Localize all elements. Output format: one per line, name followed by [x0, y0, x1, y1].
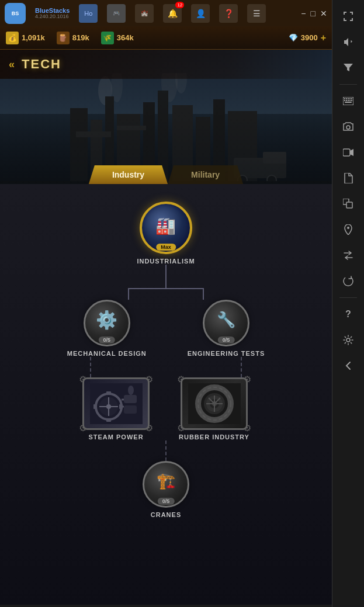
- mute-icon: [343, 37, 353, 47]
- svg-rect-62: [343, 149, 350, 156]
- svg-rect-25: [106, 391, 111, 395]
- notification-badge: 12: [175, 2, 184, 8]
- back-icon: [343, 360, 353, 371]
- v-connector-right-1: [203, 288, 204, 300]
- food-icon: 🌾: [101, 32, 114, 44]
- location-btn[interactable]: [337, 218, 360, 241]
- svg-rect-54: [351, 98, 352, 99]
- svg-rect-27: [93, 404, 97, 409]
- keyboard-icon: [343, 97, 353, 105]
- help-sidebar-btn[interactable]: ?: [337, 303, 360, 326]
- rubber-svg: [188, 383, 241, 424]
- v-dashed-right: [241, 357, 242, 377]
- game-tab-2[interactable]: 🏰: [135, 4, 154, 23]
- row3-connectors: [0, 357, 332, 377]
- sidebar: ?: [332, 0, 364, 607]
- engineering-tests-badge: 0/5: [218, 337, 235, 344]
- keyboard-btn[interactable]: [337, 89, 360, 113]
- gold-icon: 💰: [6, 32, 19, 44]
- help-btn[interactable]: ❓: [219, 4, 238, 23]
- engineering-tests-node[interactable]: 🔧 0/5 ENGINEERING TESTS: [188, 300, 265, 357]
- back-sidebar-btn[interactable]: [337, 354, 360, 377]
- mechanical-design-icon: ⚙️: [96, 310, 117, 330]
- v-connector-left-1: [128, 288, 129, 300]
- game-area: BS BlueStacks 4.240.20.1016 Ho 🎮 🏰 🔔 12 …: [0, 0, 332, 607]
- mechanical-design-badge: 0/5: [98, 337, 115, 344]
- steam-power-circle: [82, 377, 150, 430]
- svg-point-65: [347, 227, 349, 229]
- back-button[interactable]: «: [9, 58, 15, 71]
- screenshot-icon: [343, 122, 353, 131]
- settings-icon: [343, 335, 353, 345]
- gold-resource[interactable]: 💰 1,091k: [6, 32, 45, 44]
- rotate-btn[interactable]: [337, 269, 360, 293]
- steam-power-wrapper: ⚙ ⚙ ⚙ ⚙: [82, 377, 150, 430]
- restore-btn[interactable]: □: [311, 9, 316, 18]
- svg-rect-59: [351, 100, 352, 101]
- wood-icon: 🪵: [57, 32, 70, 44]
- mechanical-design-node[interactable]: ⚙️ 0/5 MECHANICAL DESIGN: [67, 300, 147, 357]
- svg-point-66: [346, 338, 350, 342]
- profile-btn[interactable]: 👤: [191, 4, 210, 23]
- mechanical-design-label: MECHANICAL DESIGN: [67, 350, 147, 357]
- app-version: 4.240.20.1016: [35, 14, 70, 20]
- app-name: BlueStacks: [35, 7, 70, 14]
- industrialism-circle: 🏭 Max: [140, 202, 192, 254]
- window-controls: − □ ✕: [301, 9, 327, 18]
- sep2: [339, 297, 357, 298]
- cranes-badge: 0/5: [158, 498, 175, 505]
- svg-rect-60: [345, 102, 352, 103]
- cranes-circle: 🏗️ 0/5: [143, 461, 189, 508]
- rubber-industry-wrapper: ⚙ ⚙ ⚙ ⚙: [181, 377, 248, 430]
- rubber-industry-node[interactable]: ⚙ ⚙ ⚙ ⚙: [179, 377, 249, 440]
- fullscreen-icon: [343, 11, 353, 22]
- menu-btn[interactable]: ☰: [247, 4, 266, 23]
- resource-bar: 💰 1,091k 🪵 819k 🌾 364k 💎 3900 +: [0, 26, 332, 50]
- close-btn[interactable]: ✕: [320, 9, 327, 18]
- tab-industry[interactable]: Industry: [89, 165, 168, 184]
- home-tab[interactable]: Ho: [79, 4, 98, 23]
- tech-title-bar: « TECH: [0, 50, 332, 79]
- v-dashed-left: [90, 357, 91, 377]
- notification-btn[interactable]: 🔔 12: [163, 4, 182, 23]
- settings-sidebar-btn[interactable]: [337, 328, 360, 352]
- minimize-btn[interactable]: −: [301, 9, 306, 18]
- svg-rect-55: [344, 100, 345, 101]
- engineering-tests-label: ENGINEERING TESTS: [188, 350, 265, 357]
- rubber-industry-label: RUBBER INDUSTRY: [179, 433, 249, 440]
- swap-btn[interactable]: [337, 244, 360, 267]
- industrialism-badge: Max: [156, 244, 176, 251]
- food-resource[interactable]: 🌾 364k: [101, 32, 134, 44]
- steam-power-label: STEAM POWER: [88, 433, 143, 440]
- svg-rect-33: [124, 405, 137, 414]
- screenshot-btn[interactable]: [337, 115, 360, 138]
- premium-icon: 💎: [289, 33, 298, 42]
- filter-icon: [343, 63, 353, 73]
- banner: « TECH Industry Military: [0, 50, 332, 184]
- add-premium-btn[interactable]: +: [321, 33, 326, 43]
- wood-resource[interactable]: 🪵 819k: [57, 32, 89, 44]
- cranes-label: CRANES: [151, 511, 181, 518]
- svg-rect-32: [124, 395, 137, 403]
- svg-rect-64: [346, 202, 352, 208]
- mute-btn[interactable]: [337, 30, 360, 54]
- engineering-tests-circle: 🔧 0/5: [203, 300, 249, 346]
- industrialism-node[interactable]: 🏭 Max INDUSTRIALISM: [137, 202, 195, 265]
- filter-btn[interactable]: [337, 56, 360, 79]
- fullscreen-btn[interactable]: [337, 5, 360, 28]
- row-2: ⚙️ 0/5 MECHANICAL DESIGN 🔧 0/5 ENGINEERI…: [0, 300, 332, 357]
- svg-rect-57: [348, 100, 349, 101]
- rubber-industry-circle: [181, 377, 248, 430]
- premium-resource[interactable]: 💎 3900 +: [289, 33, 326, 43]
- multi-btn[interactable]: [337, 192, 360, 216]
- files-btn[interactable]: [337, 167, 360, 190]
- active-game-tab[interactable]: 🎮: [107, 4, 126, 23]
- multi-icon: [343, 199, 353, 209]
- svg-rect-53: [349, 98, 351, 99]
- cranes-node[interactable]: 🏗️ 0/5 CRANES: [143, 461, 189, 518]
- svg-rect-26: [106, 418, 111, 422]
- record-btn[interactable]: [337, 141, 360, 164]
- steam-power-node[interactable]: ⚙ ⚙ ⚙ ⚙: [82, 377, 150, 440]
- svg-rect-58: [349, 100, 351, 101]
- tab-military[interactable]: Military: [168, 165, 243, 184]
